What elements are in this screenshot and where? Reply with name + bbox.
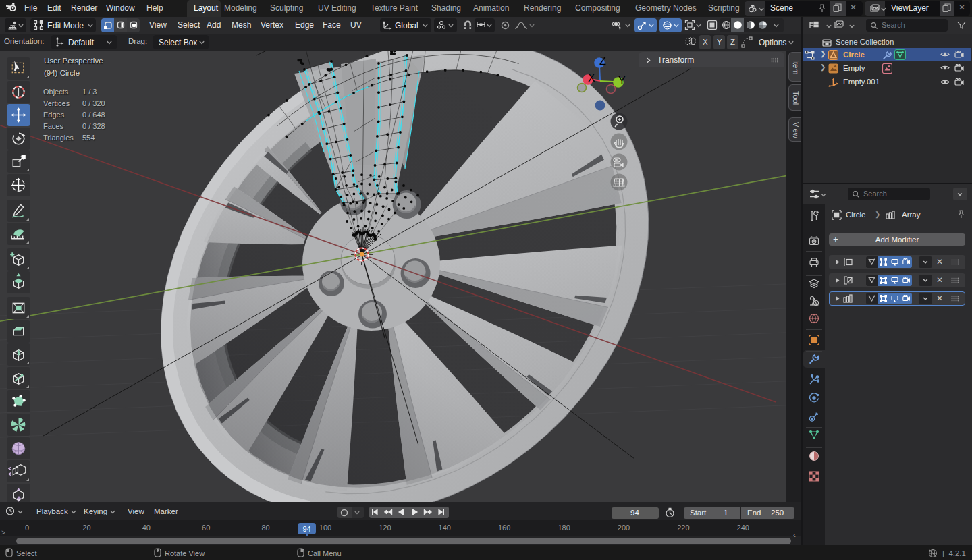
svg-text:X: X bbox=[588, 72, 595, 84]
svg-text:Y: Y bbox=[618, 75, 626, 86]
svg-text:Z: Z bbox=[599, 55, 606, 67]
